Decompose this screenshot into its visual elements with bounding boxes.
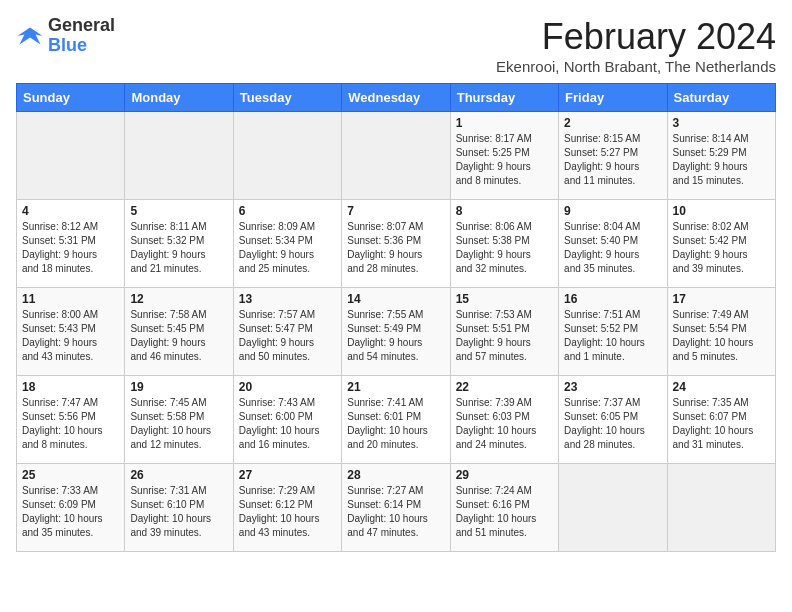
day-number: 6 <box>239 204 336 218</box>
day-info: Sunrise: 7:39 AM Sunset: 6:03 PM Dayligh… <box>456 396 553 452</box>
day-info: Sunrise: 7:29 AM Sunset: 6:12 PM Dayligh… <box>239 484 336 540</box>
day-number: 23 <box>564 380 661 394</box>
day-cell: 15Sunrise: 7:53 AM Sunset: 5:51 PM Dayli… <box>450 288 558 376</box>
day-info: Sunrise: 7:37 AM Sunset: 6:05 PM Dayligh… <box>564 396 661 452</box>
day-number: 26 <box>130 468 227 482</box>
day-number: 11 <box>22 292 119 306</box>
day-info: Sunrise: 7:49 AM Sunset: 5:54 PM Dayligh… <box>673 308 770 364</box>
logo-blue: Blue <box>48 35 87 55</box>
day-cell: 17Sunrise: 7:49 AM Sunset: 5:54 PM Dayli… <box>667 288 775 376</box>
day-info: Sunrise: 7:33 AM Sunset: 6:09 PM Dayligh… <box>22 484 119 540</box>
day-number: 27 <box>239 468 336 482</box>
day-number: 28 <box>347 468 444 482</box>
day-number: 12 <box>130 292 227 306</box>
day-number: 8 <box>456 204 553 218</box>
day-number: 4 <box>22 204 119 218</box>
day-info: Sunrise: 7:45 AM Sunset: 5:58 PM Dayligh… <box>130 396 227 452</box>
week-row-1: 4Sunrise: 8:12 AM Sunset: 5:31 PM Daylig… <box>17 200 776 288</box>
day-cell: 14Sunrise: 7:55 AM Sunset: 5:49 PM Dayli… <box>342 288 450 376</box>
day-cell: 18Sunrise: 7:47 AM Sunset: 5:56 PM Dayli… <box>17 376 125 464</box>
header-row: SundayMondayTuesdayWednesdayThursdayFrid… <box>17 84 776 112</box>
day-info: Sunrise: 7:53 AM Sunset: 5:51 PM Dayligh… <box>456 308 553 364</box>
day-number: 24 <box>673 380 770 394</box>
subtitle: Ekenrooi, North Brabant, The Netherlands <box>496 58 776 75</box>
day-cell <box>559 464 667 552</box>
day-cell <box>342 112 450 200</box>
logo-bird-icon <box>16 22 44 50</box>
week-row-0: 1Sunrise: 8:17 AM Sunset: 5:25 PM Daylig… <box>17 112 776 200</box>
logo-text: General Blue <box>48 16 115 56</box>
page-container: General Blue February 2024 Ekenrooi, Nor… <box>16 16 776 552</box>
day-cell: 4Sunrise: 8:12 AM Sunset: 5:31 PM Daylig… <box>17 200 125 288</box>
day-cell: 29Sunrise: 7:24 AM Sunset: 6:16 PM Dayli… <box>450 464 558 552</box>
week-row-3: 18Sunrise: 7:47 AM Sunset: 5:56 PM Dayli… <box>17 376 776 464</box>
day-cell: 20Sunrise: 7:43 AM Sunset: 6:00 PM Dayli… <box>233 376 341 464</box>
day-number: 15 <box>456 292 553 306</box>
day-cell: 13Sunrise: 7:57 AM Sunset: 5:47 PM Dayli… <box>233 288 341 376</box>
day-cell <box>233 112 341 200</box>
day-cell: 22Sunrise: 7:39 AM Sunset: 6:03 PM Dayli… <box>450 376 558 464</box>
day-info: Sunrise: 8:00 AM Sunset: 5:43 PM Dayligh… <box>22 308 119 364</box>
calendar-body: 1Sunrise: 8:17 AM Sunset: 5:25 PM Daylig… <box>17 112 776 552</box>
day-number: 9 <box>564 204 661 218</box>
day-info: Sunrise: 8:15 AM Sunset: 5:27 PM Dayligh… <box>564 132 661 188</box>
day-number: 13 <box>239 292 336 306</box>
day-info: Sunrise: 8:02 AM Sunset: 5:42 PM Dayligh… <box>673 220 770 276</box>
day-cell: 25Sunrise: 7:33 AM Sunset: 6:09 PM Dayli… <box>17 464 125 552</box>
header: General Blue February 2024 Ekenrooi, Nor… <box>16 16 776 75</box>
header-cell-sunday: Sunday <box>17 84 125 112</box>
day-info: Sunrise: 8:07 AM Sunset: 5:36 PM Dayligh… <box>347 220 444 276</box>
day-number: 14 <box>347 292 444 306</box>
day-info: Sunrise: 7:35 AM Sunset: 6:07 PM Dayligh… <box>673 396 770 452</box>
week-row-4: 25Sunrise: 7:33 AM Sunset: 6:09 PM Dayli… <box>17 464 776 552</box>
day-info: Sunrise: 8:14 AM Sunset: 5:29 PM Dayligh… <box>673 132 770 188</box>
day-number: 3 <box>673 116 770 130</box>
day-cell: 10Sunrise: 8:02 AM Sunset: 5:42 PM Dayli… <box>667 200 775 288</box>
title-block: February 2024 Ekenrooi, North Brabant, T… <box>496 16 776 75</box>
day-cell: 6Sunrise: 8:09 AM Sunset: 5:34 PM Daylig… <box>233 200 341 288</box>
day-number: 10 <box>673 204 770 218</box>
day-info: Sunrise: 7:43 AM Sunset: 6:00 PM Dayligh… <box>239 396 336 452</box>
day-number: 7 <box>347 204 444 218</box>
day-number: 20 <box>239 380 336 394</box>
day-cell <box>17 112 125 200</box>
day-number: 5 <box>130 204 227 218</box>
day-cell: 24Sunrise: 7:35 AM Sunset: 6:07 PM Dayli… <box>667 376 775 464</box>
day-cell: 8Sunrise: 8:06 AM Sunset: 5:38 PM Daylig… <box>450 200 558 288</box>
day-info: Sunrise: 8:11 AM Sunset: 5:32 PM Dayligh… <box>130 220 227 276</box>
day-number: 25 <box>22 468 119 482</box>
logo: General Blue <box>16 16 115 56</box>
header-cell-saturday: Saturday <box>667 84 775 112</box>
svg-marker-0 <box>17 27 42 44</box>
day-cell: 3Sunrise: 8:14 AM Sunset: 5:29 PM Daylig… <box>667 112 775 200</box>
day-cell: 2Sunrise: 8:15 AM Sunset: 5:27 PM Daylig… <box>559 112 667 200</box>
day-info: Sunrise: 8:12 AM Sunset: 5:31 PM Dayligh… <box>22 220 119 276</box>
day-number: 29 <box>456 468 553 482</box>
calendar-table: SundayMondayTuesdayWednesdayThursdayFrid… <box>16 83 776 552</box>
day-info: Sunrise: 8:09 AM Sunset: 5:34 PM Dayligh… <box>239 220 336 276</box>
day-number: 21 <box>347 380 444 394</box>
day-info: Sunrise: 8:04 AM Sunset: 5:40 PM Dayligh… <box>564 220 661 276</box>
day-info: Sunrise: 7:41 AM Sunset: 6:01 PM Dayligh… <box>347 396 444 452</box>
day-number: 22 <box>456 380 553 394</box>
day-info: Sunrise: 8:17 AM Sunset: 5:25 PM Dayligh… <box>456 132 553 188</box>
day-number: 18 <box>22 380 119 394</box>
day-cell: 16Sunrise: 7:51 AM Sunset: 5:52 PM Dayli… <box>559 288 667 376</box>
day-cell: 26Sunrise: 7:31 AM Sunset: 6:10 PM Dayli… <box>125 464 233 552</box>
day-cell: 28Sunrise: 7:27 AM Sunset: 6:14 PM Dayli… <box>342 464 450 552</box>
day-cell <box>125 112 233 200</box>
logo-general: General <box>48 15 115 35</box>
day-number: 1 <box>456 116 553 130</box>
day-cell: 11Sunrise: 8:00 AM Sunset: 5:43 PM Dayli… <box>17 288 125 376</box>
calendar-header: SundayMondayTuesdayWednesdayThursdayFrid… <box>17 84 776 112</box>
header-cell-monday: Monday <box>125 84 233 112</box>
day-info: Sunrise: 7:57 AM Sunset: 5:47 PM Dayligh… <box>239 308 336 364</box>
day-cell: 5Sunrise: 8:11 AM Sunset: 5:32 PM Daylig… <box>125 200 233 288</box>
header-cell-thursday: Thursday <box>450 84 558 112</box>
day-cell: 12Sunrise: 7:58 AM Sunset: 5:45 PM Dayli… <box>125 288 233 376</box>
day-number: 2 <box>564 116 661 130</box>
day-cell: 9Sunrise: 8:04 AM Sunset: 5:40 PM Daylig… <box>559 200 667 288</box>
day-info: Sunrise: 7:51 AM Sunset: 5:52 PM Dayligh… <box>564 308 661 364</box>
day-number: 17 <box>673 292 770 306</box>
day-info: Sunrise: 8:06 AM Sunset: 5:38 PM Dayligh… <box>456 220 553 276</box>
